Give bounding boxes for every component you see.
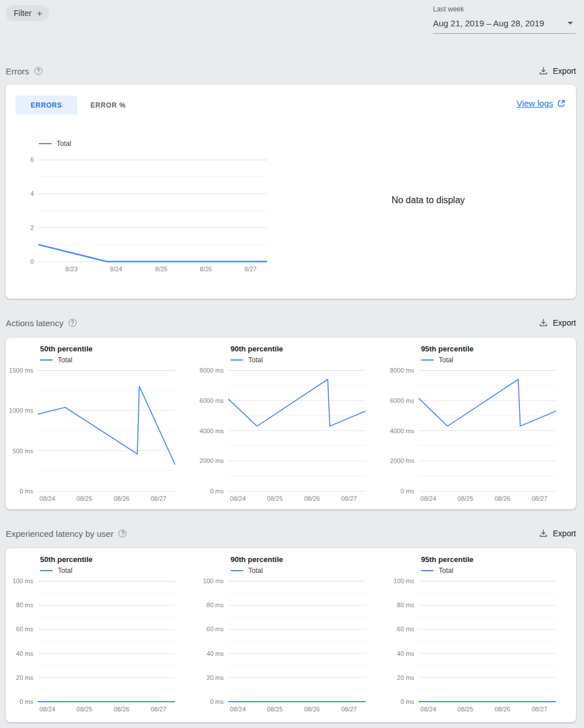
actions-latency-50th-chart: 1500 ms1000 ms500 ms0 ms08/2408/2508/260… (6, 366, 182, 508)
experienced-latency-card: 50th percentile Total 100 ms80 ms60 ms40… (6, 548, 576, 722)
legend-line-icon (39, 143, 51, 144)
legend-label: Total (57, 140, 71, 148)
svg-text:40 ms: 40 ms (16, 650, 33, 657)
actions-latency-title: Actions latency (6, 318, 63, 328)
help-icon[interactable]: ? (118, 529, 126, 537)
legend-line-icon (231, 570, 243, 571)
date-range-caption: Last week (433, 5, 575, 13)
svg-text:8/26: 8/26 (200, 266, 212, 272)
help-icon[interactable]: ? (69, 319, 77, 327)
svg-text:4000 ms: 4000 ms (390, 428, 415, 434)
svg-text:08/26: 08/26 (114, 495, 130, 502)
actions-latency-95th-chart: 8000 ms6000 ms4000 ms2000 ms0 ms08/2408/… (387, 366, 563, 508)
chart-block-actions-50th: 50th percentile Total 1500 ms1000 ms500 … (6, 338, 196, 507)
svg-text:100 ms: 100 ms (203, 577, 224, 584)
svg-text:80 ms: 80 ms (397, 602, 414, 608)
export-button-actions-latency[interactable]: Export (539, 318, 576, 327)
chart-block-experienced-95th: 95th percentile Total 100 ms80 ms60 ms40… (387, 548, 577, 718)
svg-text:6: 6 (30, 156, 34, 163)
chart-block-actions-95th: 95th percentile Total 8000 ms6000 ms4000… (387, 338, 577, 507)
legend-line-icon (231, 359, 243, 361)
svg-text:60 ms: 60 ms (206, 626, 224, 632)
svg-text:100 ms: 100 ms (394, 577, 415, 584)
actions-latency-card: 50th percentile Total 1500 ms1000 ms500 … (6, 338, 576, 509)
svg-text:08/27: 08/27 (531, 495, 547, 502)
chart-legend: Total (231, 567, 263, 575)
svg-text:4: 4 (30, 190, 34, 197)
legend-label: Total (58, 356, 72, 364)
actions-latency-section-header: Actions latency ? Export (6, 317, 576, 329)
svg-text:08/24: 08/24 (39, 706, 55, 713)
svg-text:8/25: 8/25 (155, 266, 167, 272)
svg-text:08/26: 08/26 (114, 706, 130, 713)
svg-text:4000 ms: 4000 ms (200, 428, 224, 434)
view-logs-link[interactable]: View logs (517, 98, 566, 108)
svg-text:08/27: 08/27 (531, 706, 547, 713)
export-button-errors[interactable]: Export (539, 66, 576, 76)
date-range-select[interactable]: Aug 21, 2019 – Aug 28, 2019 (433, 18, 575, 34)
svg-text:08/25: 08/25 (458, 495, 474, 502)
dropdown-caret-icon (567, 22, 573, 25)
svg-text:8/23: 8/23 (65, 266, 77, 272)
dashboard-page: Filter + Last week Aug 21, 2019 – Aug 28… (0, 0, 584, 728)
tab-errors[interactable]: ERRORS (15, 96, 77, 114)
help-icon[interactable]: ? (34, 67, 42, 75)
svg-text:0 ms: 0 ms (400, 488, 414, 494)
svg-text:1500 ms: 1500 ms (9, 367, 34, 374)
chart-block-experienced-90th: 90th percentile Total 100 ms80 ms60 ms40… (196, 548, 387, 718)
experienced-latency-section-header: Experienced latency by user ? Export (6, 528, 576, 539)
svg-text:20 ms: 20 ms (16, 674, 33, 681)
svg-text:2: 2 (30, 224, 34, 231)
errors-section-header: Errors ? Export (6, 65, 576, 77)
tab-error-percent[interactable]: ERROR % (77, 96, 139, 114)
svg-text:08/27: 08/27 (150, 495, 166, 502)
svg-text:40 ms: 40 ms (206, 650, 224, 657)
svg-text:08/27: 08/27 (341, 495, 357, 502)
no-data-text: No data to display (284, 195, 573, 205)
legend-label: Total (248, 567, 263, 575)
actions-latency-90th-chart: 8000 ms6000 ms4000 ms2000 ms0 ms08/2408/… (196, 366, 372, 508)
svg-text:0 ms: 0 ms (19, 698, 33, 705)
svg-text:20 ms: 20 ms (206, 674, 224, 681)
svg-text:08/27: 08/27 (341, 706, 357, 713)
svg-text:08/27: 08/27 (150, 706, 166, 713)
svg-text:8/27: 8/27 (244, 266, 256, 272)
chart-legend: Total (231, 356, 263, 364)
svg-text:8000 ms: 8000 ms (390, 367, 415, 374)
chart-title: 95th percentile (421, 345, 474, 353)
svg-text:80 ms: 80 ms (16, 602, 33, 608)
tab-error-percent-label: ERROR % (90, 101, 126, 109)
chart-legend: Total (40, 567, 72, 575)
filter-button[interactable]: Filter + (6, 5, 49, 21)
legend-line-icon (40, 359, 53, 361)
svg-text:0 ms: 0 ms (210, 698, 224, 705)
errors-section-title: Errors (6, 66, 29, 76)
experienced-latency-50th-chart: 100 ms80 ms60 ms40 ms20 ms0 ms08/2408/25… (6, 576, 182, 719)
export-button-experienced-latency[interactable]: Export (539, 529, 576, 538)
plus-icon: + (37, 9, 42, 18)
errors-card: ERRORS ERROR % View logs Total 64208/238… (6, 85, 576, 299)
chart-legend: Total (421, 567, 453, 575)
tab-errors-label: ERRORS (31, 101, 62, 109)
svg-text:80 ms: 80 ms (206, 602, 224, 608)
svg-text:08/26: 08/26 (304, 495, 320, 502)
experienced-latency-95th-chart: 100 ms80 ms60 ms40 ms20 ms0 ms08/2408/25… (387, 576, 563, 719)
svg-text:40 ms: 40 ms (397, 650, 414, 657)
svg-text:60 ms: 60 ms (397, 626, 414, 632)
svg-text:0: 0 (30, 258, 34, 265)
legend-label: Total (248, 356, 263, 364)
chart-title: 50th percentile (40, 555, 93, 564)
date-range-value: Aug 21, 2019 – Aug 28, 2019 (433, 18, 544, 28)
filter-label: Filter (14, 9, 31, 18)
svg-text:08/26: 08/26 (495, 706, 511, 713)
export-label: Export (553, 318, 576, 327)
chart-block-actions-90th: 90th percentile Total 8000 ms6000 ms4000… (196, 338, 387, 507)
errors-chart: 64208/238/248/258/268/27 (6, 155, 274, 279)
legend-line-icon (421, 570, 434, 571)
svg-text:08/24: 08/24 (39, 495, 55, 502)
svg-text:100 ms: 100 ms (13, 577, 34, 584)
svg-text:08/25: 08/25 (267, 495, 283, 502)
legend-label: Total (58, 567, 72, 575)
date-range-filter: Last week Aug 21, 2019 – Aug 28, 2019 (433, 5, 575, 34)
download-icon (539, 318, 548, 327)
